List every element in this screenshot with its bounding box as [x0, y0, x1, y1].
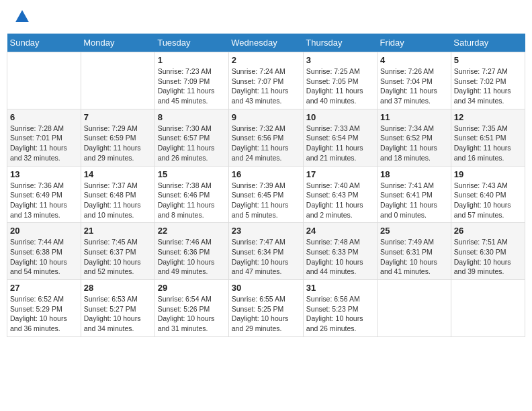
- week-row-2: 6 Sunrise: 7:28 AM Sunset: 7:01 PM Dayli…: [7, 109, 525, 166]
- week-row-5: 27 Sunrise: 6:52 AM Sunset: 5:29 PM Dayl…: [7, 280, 525, 337]
- calendar-cell: [7, 52, 81, 109]
- day-info: Sunrise: 7:24 AM Sunset: 7:07 PM Dayligh…: [232, 66, 300, 106]
- calendar-cell: 13 Sunrise: 7:36 AM Sunset: 6:49 PM Dayl…: [7, 166, 81, 223]
- day-number: 28: [84, 283, 152, 293]
- sunset: Sunset: 7:04 PM: [380, 77, 433, 85]
- day-info: Sunrise: 6:55 AM Sunset: 5:25 PM Dayligh…: [232, 294, 300, 334]
- daylight: Daylight: 11 hours and 5 minutes.: [232, 201, 289, 219]
- sunrise: Sunrise: 7:47 AM: [232, 238, 285, 246]
- day-info: Sunrise: 6:52 AM Sunset: 5:29 PM Dayligh…: [10, 294, 78, 334]
- calendar-cell: 21 Sunrise: 7:45 AM Sunset: 6:37 PM Dayl…: [81, 223, 154, 280]
- week-row-1: 1 Sunrise: 7:23 AM Sunset: 7:09 PM Dayli…: [7, 52, 525, 109]
- day-number: 13: [10, 169, 78, 179]
- day-info: Sunrise: 7:23 AM Sunset: 7:09 PM Dayligh…: [158, 66, 226, 106]
- day-of-week-sunday: Sunday: [7, 34, 81, 52]
- calendar-cell: 23 Sunrise: 7:47 AM Sunset: 6:34 PM Dayl…: [228, 223, 303, 280]
- day-info: Sunrise: 7:39 AM Sunset: 6:45 PM Dayligh…: [232, 181, 300, 220]
- day-number: 4: [380, 55, 448, 65]
- day-number: 5: [454, 55, 522, 65]
- sunrise: Sunrise: 6:53 AM: [84, 295, 138, 303]
- day-number: 30: [232, 283, 300, 293]
- sunset: Sunset: 5:29 PM: [10, 305, 62, 313]
- calendar-cell: 3 Sunrise: 7:25 AM Sunset: 7:05 PM Dayli…: [303, 52, 377, 109]
- day-info: Sunrise: 7:48 AM Sunset: 6:33 PM Dayligh…: [306, 237, 374, 277]
- day-info: Sunrise: 7:51 AM Sunset: 6:30 PM Dayligh…: [454, 237, 522, 277]
- sunset: Sunset: 7:09 PM: [158, 77, 210, 85]
- daylight: Daylight: 10 hours and 47 minutes.: [232, 258, 289, 276]
- daylight: Daylight: 11 hours and 34 minutes.: [454, 87, 511, 105]
- calendar-cell: 10 Sunrise: 7:33 AM Sunset: 6:54 PM Dayl…: [303, 109, 377, 166]
- day-of-week-friday: Friday: [378, 34, 451, 52]
- day-info: Sunrise: 7:44 AM Sunset: 6:38 PM Dayligh…: [10, 237, 78, 277]
- day-number: 9: [232, 112, 300, 122]
- day-number: 14: [84, 169, 152, 179]
- sunset: Sunset: 6:52 PM: [380, 134, 433, 142]
- daylight: Daylight: 11 hours and 24 minutes.: [232, 144, 289, 162]
- calendar-cell: 24 Sunrise: 7:48 AM Sunset: 6:33 PM Dayl…: [303, 223, 377, 280]
- daylight: Daylight: 11 hours and 18 minutes.: [380, 144, 437, 162]
- daylight: Daylight: 10 hours and 44 minutes.: [306, 258, 363, 276]
- sunset: Sunset: 6:46 PM: [158, 191, 210, 199]
- day-info: Sunrise: 7:28 AM Sunset: 7:01 PM Dayligh…: [10, 124, 78, 163]
- daylight: Daylight: 10 hours and 26 minutes.: [306, 314, 363, 332]
- daylight: Daylight: 10 hours and 57 minutes.: [454, 201, 511, 219]
- sunset: Sunset: 6:33 PM: [306, 248, 359, 256]
- calendar: SundayMondayTuesdayWednesdayThursdayFrid…: [7, 34, 525, 337]
- day-of-week-saturday: Saturday: [451, 34, 525, 52]
- sunset: Sunset: 6:38 PM: [10, 248, 62, 256]
- day-number: 8: [158, 112, 226, 122]
- logo-triangle-icon: [15, 10, 29, 22]
- sunset: Sunset: 6:51 PM: [454, 134, 506, 142]
- sunrise: Sunrise: 7:46 AM: [158, 238, 212, 246]
- day-number: 27: [10, 283, 78, 293]
- day-number: 21: [84, 226, 152, 236]
- calendar-cell: 11 Sunrise: 7:34 AM Sunset: 6:52 PM Dayl…: [378, 109, 451, 166]
- day-number: 2: [232, 55, 300, 65]
- sunrise: Sunrise: 7:38 AM: [158, 181, 212, 189]
- day-number: 24: [306, 226, 374, 236]
- daylight: Daylight: 10 hours and 52 minutes.: [84, 258, 141, 276]
- sunset: Sunset: 6:54 PM: [306, 134, 359, 142]
- daylight: Daylight: 10 hours and 54 minutes.: [10, 258, 67, 276]
- day-of-week-thursday: Thursday: [303, 34, 377, 52]
- day-number: 26: [454, 226, 522, 236]
- day-number: 22: [158, 226, 226, 236]
- sunset: Sunset: 5:27 PM: [84, 305, 136, 313]
- sunset: Sunset: 6:36 PM: [158, 248, 210, 256]
- sunrise: Sunrise: 7:48 AM: [306, 238, 360, 246]
- sunrise: Sunrise: 6:52 AM: [10, 295, 64, 303]
- calendar-cell: 5 Sunrise: 7:27 AM Sunset: 7:02 PM Dayli…: [451, 52, 525, 109]
- sunrise: Sunrise: 7:32 AM: [232, 124, 285, 132]
- calendar-cell: 16 Sunrise: 7:39 AM Sunset: 6:45 PM Dayl…: [228, 166, 303, 223]
- sunrise: Sunrise: 7:45 AM: [84, 238, 138, 246]
- day-info: Sunrise: 7:32 AM Sunset: 6:56 PM Dayligh…: [232, 124, 300, 163]
- sunset: Sunset: 6:34 PM: [232, 248, 284, 256]
- daylight: Daylight: 11 hours and 2 minutes.: [306, 201, 363, 219]
- day-number: 6: [10, 112, 78, 122]
- day-info: Sunrise: 7:26 AM Sunset: 7:04 PM Dayligh…: [380, 66, 448, 106]
- calendar-cell: 18 Sunrise: 7:41 AM Sunset: 6:41 PM Dayl…: [378, 166, 451, 223]
- daylight: Daylight: 11 hours and 21 minutes.: [306, 144, 363, 162]
- sunrise: Sunrise: 7:30 AM: [158, 124, 212, 132]
- day-number: 17: [306, 169, 374, 179]
- sunrise: Sunrise: 7:41 AM: [380, 181, 434, 189]
- sunset: Sunset: 6:49 PM: [10, 191, 62, 199]
- calendar-cell: 7 Sunrise: 7:29 AM Sunset: 6:59 PM Dayli…: [81, 109, 154, 166]
- daylight: Daylight: 10 hours and 36 minutes.: [10, 314, 67, 332]
- daylight: Daylight: 11 hours and 43 minutes.: [232, 87, 289, 105]
- sunrise: Sunrise: 6:56 AM: [306, 295, 360, 303]
- daylight: Daylight: 11 hours and 26 minutes.: [158, 144, 215, 162]
- calendar-cell: [378, 280, 451, 337]
- sunset: Sunset: 7:07 PM: [232, 77, 284, 85]
- sunset: Sunset: 7:05 PM: [306, 77, 359, 85]
- calendar-cell: 31 Sunrise: 6:56 AM Sunset: 5:23 PM Dayl…: [303, 280, 377, 337]
- calendar-cell: 20 Sunrise: 7:44 AM Sunset: 6:38 PM Dayl…: [7, 223, 81, 280]
- sunset: Sunset: 6:56 PM: [232, 134, 284, 142]
- week-row-4: 20 Sunrise: 7:44 AM Sunset: 6:38 PM Dayl…: [7, 223, 525, 280]
- sunset: Sunset: 6:45 PM: [232, 191, 284, 199]
- day-number: 15: [158, 169, 226, 179]
- day-info: Sunrise: 7:27 AM Sunset: 7:02 PM Dayligh…: [454, 66, 522, 106]
- day-info: Sunrise: 6:53 AM Sunset: 5:27 PM Dayligh…: [84, 294, 152, 334]
- daylight: Daylight: 10 hours and 34 minutes.: [84, 314, 141, 332]
- calendar-cell: 19 Sunrise: 7:43 AM Sunset: 6:40 PM Dayl…: [451, 166, 525, 223]
